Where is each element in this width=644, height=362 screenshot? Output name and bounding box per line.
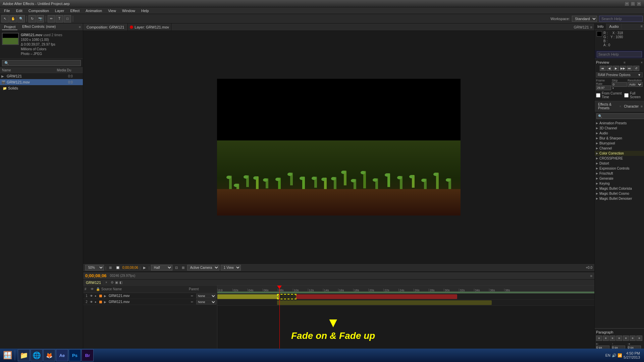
zoom-selector[interactable]: 50% 100%: [85, 265, 104, 270]
taskbar-ie[interactable]: 🌐: [31, 349, 43, 361]
project-tab[interactable]: Project: [2, 24, 17, 30]
comp-tab[interactable]: Composition: GRW121: [83, 23, 128, 31]
align-justify-right-btn[interactable]: ≡: [636, 336, 642, 341]
effect-group-3d-channel[interactable]: ▶ 3D Channel: [595, 126, 644, 131]
menu-composition[interactable]: Composition: [26, 8, 52, 13]
resolution-selector[interactable]: Half Full Quarter: [151, 265, 172, 270]
tool-camera[interactable]: 📷: [37, 15, 44, 22]
layer-1-expand[interactable]: ▶: [104, 294, 108, 298]
layer-1-eye[interactable]: 👁: [90, 294, 94, 298]
taskbar-br[interactable]: Br: [82, 349, 94, 361]
vp-btn-toggle[interactable]: ⊡: [174, 266, 179, 269]
effects-tab-1[interactable]: Effects & Presets: [596, 102, 619, 111]
menu-animation[interactable]: Animation: [83, 8, 105, 13]
layer-1-parent[interactable]: None: [196, 294, 216, 298]
tool-zoom[interactable]: 🔍: [17, 15, 25, 22]
preview-panel-menu[interactable]: ≡: [624, 61, 626, 64]
layer-2-parent[interactable]: None: [196, 300, 216, 304]
effect-group-crossphere[interactable]: ▶ CROSSPHERE: [595, 156, 644, 161]
preview-play[interactable]: ▶: [613, 66, 619, 71]
tl-btn-3[interactable]: ◧: [119, 281, 122, 284]
layer-tab[interactable]: Layer: GRW121.mov: [128, 23, 171, 31]
effect-group-channel[interactable]: ▶ Channel: [595, 146, 644, 151]
effects-menu-btn[interactable]: ≡: [641, 105, 643, 108]
menu-file[interactable]: File: [1, 8, 13, 13]
effect-group-magic-bullet-cosmo[interactable]: ▶ Magic Bullet Cosmo: [595, 191, 644, 196]
menu-effect[interactable]: Effect: [67, 8, 82, 13]
menu-edit[interactable]: Edit: [13, 8, 25, 13]
tool-pen[interactable]: ✏: [48, 15, 55, 22]
timeline-timecode[interactable]: 0;00;08;06: [85, 273, 107, 278]
tool-hand[interactable]: ✋: [9, 15, 17, 22]
effect-group-generate[interactable]: ▶ Generate: [595, 176, 644, 181]
align-center-btn[interactable]: ≡: [603, 336, 609, 341]
menu-help[interactable]: Help: [139, 8, 152, 13]
tl-close[interactable]: ×: [104, 280, 109, 285]
align-left-btn[interactable]: ≡: [596, 336, 602, 341]
layer-row-2[interactable]: 2 👁 ● ▶ GRW121.mov ✏ None: [83, 299, 217, 305]
effect-group-magic-bullet-denoiser[interactable]: ▶ Magic Bullet Denoiser: [595, 196, 644, 201]
effect-group-blur-sharpen[interactable]: ▶ Blur & Sharpen: [595, 136, 644, 141]
layer-1-edit[interactable]: ✏: [191, 294, 196, 298]
effect-group-magic-bullet-colorista[interactable]: ▶ Magic Bullet Colorista: [595, 186, 644, 191]
panel-menu-btn[interactable]: ≡: [590, 25, 592, 29]
preview-loop[interactable]: ↺: [633, 66, 639, 71]
effects-search-input[interactable]: [596, 113, 644, 119]
left-panel-close[interactable]: ≡: [79, 25, 81, 29]
list-item-grw121-comp[interactable]: ▶ GRW121 0:0: [0, 73, 83, 79]
full-screen-check[interactable]: [624, 93, 629, 98]
minimize-btn[interactable]: ─: [625, 1, 629, 6]
vp-btn-grid[interactable]: ⊞: [180, 266, 186, 269]
preview-close[interactable]: ×: [641, 61, 643, 64]
start-button[interactable]: 🪟: [1, 349, 13, 361]
effect-group-expression-controls[interactable]: ▶ Expression Controls: [595, 166, 644, 171]
layer-2-eye[interactable]: 👁: [90, 300, 94, 304]
layer-2-edit[interactable]: ✏: [191, 300, 196, 304]
layer-1-solo[interactable]: ●: [95, 294, 99, 298]
menu-view[interactable]: View: [105, 8, 119, 13]
align-justify-btn[interactable]: ≡: [616, 336, 622, 341]
search-help-toolbar[interactable]: [599, 16, 643, 22]
info-tab[interactable]: Info: [595, 23, 606, 29]
effect-group-frischluft[interactable]: ▶ Frischluft: [595, 171, 644, 176]
effect-controls-tab[interactable]: Effect Controls: (none): [20, 24, 58, 30]
tool-select[interactable]: ↖: [1, 15, 9, 22]
list-item-grw121-mov[interactable]: 🎬 GRW121.mov 0:0: [0, 79, 83, 85]
tool-rotate[interactable]: ↻: [29, 15, 36, 22]
layer-2-expand[interactable]: ▶: [104, 300, 108, 304]
taskbar-explorer[interactable]: 📁: [18, 349, 30, 361]
list-item-solids[interactable]: 📁 Solids: [0, 85, 83, 91]
preview-next-frame[interactable]: ▶▶: [620, 66, 626, 71]
effect-group-audio[interactable]: ▶ Audio: [595, 131, 644, 136]
project-search-input[interactable]: [2, 60, 81, 66]
window-controls[interactable]: ─ □ ×: [625, 1, 641, 6]
align-justify-center-btn[interactable]: ≡: [630, 336, 636, 341]
tl-btn-1[interactable]: ⚙: [111, 281, 114, 284]
tl-btn-2[interactable]: ▣: [115, 281, 118, 284]
taskbar-ae[interactable]: Ae: [56, 349, 68, 361]
workspace-selector[interactable]: Standard: [572, 16, 597, 22]
frame-rate-input[interactable]: [596, 85, 611, 90]
from-current-time-check[interactable]: [596, 93, 600, 98]
resolution-input[interactable]: Auto: [628, 82, 643, 87]
layer-row-1[interactable]: 1 👁 ● ▶ GRW121.mov ✏ None: [83, 293, 217, 299]
preview-prev-frame[interactable]: ◀: [606, 66, 612, 71]
vp-btn-play[interactable]: ▶: [142, 266, 147, 269]
menu-window[interactable]: Window: [119, 8, 138, 13]
layer-2-solo[interactable]: ●: [95, 300, 99, 304]
timeline-menu-btn[interactable]: ≡: [590, 274, 592, 278]
effect-group-distort[interactable]: ▶ Distort: [595, 161, 644, 166]
skip-input[interactable]: [612, 82, 627, 87]
effect-group-keying[interactable]: ▶ Keying: [595, 181, 644, 186]
preview-skip-end[interactable]: ⏭: [627, 66, 633, 71]
timeline-comp-tab[interactable]: GRW121: [83, 280, 104, 285]
effect-group-animation-presets[interactable]: ▶ Animation Presets: [595, 121, 644, 126]
preview-skip-start[interactable]: ⏮: [600, 66, 606, 71]
info-panel-menu[interactable]: ≡: [639, 23, 644, 29]
audio-tab[interactable]: Audio: [606, 23, 622, 29]
taskbar-firefox[interactable]: 🦊: [43, 349, 55, 361]
camera-selector[interactable]: Active Camera: [187, 265, 219, 270]
effects-tab-2[interactable]: Character: [622, 104, 641, 109]
vp-btn-safe[interactable]: 🔲: [114, 266, 121, 269]
taskbar-ps[interactable]: Ps: [69, 349, 81, 361]
